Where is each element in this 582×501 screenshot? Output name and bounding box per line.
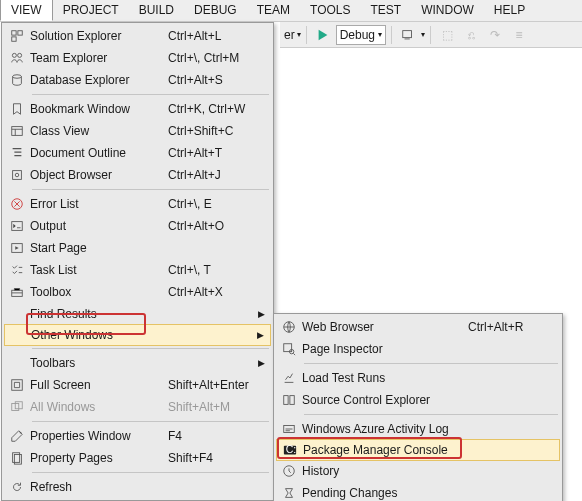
svg-rect-15 [12, 380, 23, 391]
view-menu-item-refresh[interactable]: Refresh [4, 476, 271, 498]
menubar-item-tools[interactable]: TOOLS [300, 0, 360, 21]
fullscreen-icon [4, 378, 30, 392]
view-menu-item-team-explorer[interactable]: Team ExplorerCtrl+\, Ctrl+M [4, 47, 271, 69]
view-menu-item-start-page[interactable]: Start Page [4, 237, 271, 259]
menu-separator [304, 414, 558, 415]
other-windows-item-source-control-explorer[interactable]: Source Control Explorer [276, 389, 560, 411]
view-menu-item-class-view[interactable]: Class ViewCtrl+Shift+C [4, 120, 271, 142]
menu-item-shortcut: Shift+Alt+M [168, 400, 259, 414]
view-menu-item-database-explorer[interactable]: Database ExplorerCtrl+Alt+S [4, 69, 271, 91]
view-menu-item-find-results[interactable]: Find Results▶ [4, 303, 271, 325]
other-windows-item-load-test-runs[interactable]: Load Test Runs [276, 367, 560, 389]
menu-item-label: Other Windows [31, 328, 169, 342]
menu-item-label: Start Page [30, 241, 168, 255]
view-menu-item-property-pages[interactable]: Property PagesShift+F4 [4, 447, 271, 469]
browser-link-icon[interactable] [397, 24, 419, 46]
dropdown-arrow-icon[interactable]: ▾ [421, 30, 425, 39]
menu-separator [32, 348, 269, 349]
view-menu-item-bookmark-window[interactable]: Bookmark WindowCtrl+K, Ctrl+W [4, 98, 271, 120]
history-icon [276, 464, 302, 478]
menu-item-label: Full Screen [30, 378, 168, 392]
menubar-item-project[interactable]: PROJECT [53, 0, 129, 21]
menubar-item-team[interactable]: TEAM [247, 0, 300, 21]
menu-item-label: Bookmark Window [30, 102, 168, 116]
config-dropdown-label: Debug [340, 28, 375, 42]
view-menu-item-properties-window[interactable]: Properties WindowF4 [4, 425, 271, 447]
menu-separator [32, 94, 269, 95]
view-menu-item-other-windows[interactable]: Other Windows▶ [4, 324, 271, 346]
view-menu-item-object-browser[interactable]: Object BrowserCtrl+Alt+J [4, 164, 271, 186]
menu-item-label: Refresh [30, 480, 168, 494]
other-windows-item-pending-changes[interactable]: Pending Changes [276, 482, 560, 501]
refresh-icon [4, 480, 30, 494]
chevron-down-icon: ▾ [378, 30, 382, 39]
svg-rect-2 [12, 31, 16, 35]
web-icon [276, 320, 302, 334]
other-windows-item-windows-azure-activity-log[interactable]: Windows Azure Activity Log [276, 418, 560, 440]
dropdown-arrow-icon[interactable]: ▾ [297, 30, 301, 39]
menu-item-shortcut: Shift+Alt+Enter [168, 378, 259, 392]
menu-item-label: Task List [30, 263, 168, 277]
view-menu-item-toolbox[interactable]: ToolboxCtrl+Alt+X [4, 281, 271, 303]
menu-item-shortcut: Ctrl+\, T [168, 263, 259, 277]
object-icon [4, 168, 30, 182]
svg-point-6 [18, 53, 22, 57]
menubar-item-debug[interactable]: DEBUG [184, 0, 247, 21]
class-icon [4, 124, 30, 138]
submenu-arrow-icon: ▶ [257, 330, 264, 340]
menubar-item-help[interactable]: HELP [484, 0, 535, 21]
view-menu-item-task-list[interactable]: Task ListCtrl+\, T [4, 259, 271, 281]
menubar-item-test[interactable]: TEST [361, 0, 412, 21]
task-icon [4, 263, 30, 277]
menu-item-shortcut: Shift+F4 [168, 451, 259, 465]
toolbar: er ▾ Debug ▾ ▾ ⬚ ⎌ ↷ ≡ [280, 22, 582, 48]
menu-item-shortcut: Ctrl+K, Ctrl+W [168, 102, 259, 116]
menu-item-label: Properties Window [30, 429, 168, 443]
submenu-arrow-icon: ▶ [258, 309, 265, 319]
toolbox-icon [4, 285, 30, 299]
config-dropdown[interactable]: Debug ▾ [336, 25, 386, 45]
view-menu-item-solution-explorer[interactable]: Solution ExplorerCtrl+Alt+L [4, 25, 271, 47]
view-menu-item-document-outline[interactable]: Document OutlineCtrl+Alt+T [4, 142, 271, 164]
team-icon [4, 51, 30, 65]
submenu-arrow-icon: ▶ [258, 358, 265, 368]
toolbar-text-fragment: er [284, 28, 295, 42]
view-menu-item-error-list[interactable]: Error ListCtrl+\, E [4, 193, 271, 215]
start-icon [4, 241, 30, 255]
prop-icon [4, 429, 30, 443]
menu-item-shortcut: Ctrl+Alt+O [168, 219, 259, 233]
view-menu-item-toolbars[interactable]: Toolbars▶ [4, 352, 271, 374]
nav-icon[interactable]: ⬚ [436, 24, 458, 46]
menubar-item-window[interactable]: WINDOW [411, 0, 484, 21]
menu-item-shortcut: Ctrl+Alt+T [168, 146, 259, 160]
pending-icon [276, 486, 302, 500]
menu-item-shortcut: Ctrl+Alt+R [468, 320, 548, 334]
svg-rect-22 [284, 344, 292, 352]
menu-item-shortcut: Ctrl+Alt+J [168, 168, 259, 182]
menu-item-label: Toolbox [30, 285, 168, 299]
svg-rect-8 [12, 127, 23, 136]
view-menu-dropdown: Solution ExplorerCtrl+Alt+LTeam Explorer… [1, 22, 274, 501]
play-debug-icon[interactable] [312, 24, 334, 46]
other-windows-item-history[interactable]: History [276, 460, 560, 482]
allwin-icon [4, 400, 30, 414]
view-menu-item-output[interactable]: OutputCtrl+Alt+O [4, 215, 271, 237]
view-menu-item-full-screen[interactable]: Full ScreenShift+Alt+Enter [4, 374, 271, 396]
nav-icon[interactable]: ⎌ [460, 24, 482, 46]
console-icon: C:\ [277, 443, 303, 457]
menu-item-label: Class View [30, 124, 168, 138]
menubar-item-view[interactable]: VIEW [0, 0, 53, 21]
nav-icon[interactable]: ≡ [508, 24, 530, 46]
other-windows-item-web-browser[interactable]: Web BrowserCtrl+Alt+R [276, 316, 560, 338]
other-windows-item-package-manager-console[interactable]: C:\Package Manager Console [276, 439, 560, 461]
menu-item-shortcut: Ctrl+Alt+X [168, 285, 259, 299]
menubar-item-build[interactable]: BUILD [129, 0, 184, 21]
menu-item-shortcut: Ctrl+Shift+C [168, 124, 259, 138]
menu-item-label: Source Control Explorer [302, 393, 468, 407]
other-windows-item-page-inspector[interactable]: Page Inspector [276, 338, 560, 360]
svg-rect-1 [405, 38, 410, 39]
nav-icon[interactable]: ↷ [484, 24, 506, 46]
menu-separator [304, 363, 558, 364]
svg-rect-25 [290, 396, 294, 405]
svg-text:C:\: C:\ [286, 443, 297, 455]
